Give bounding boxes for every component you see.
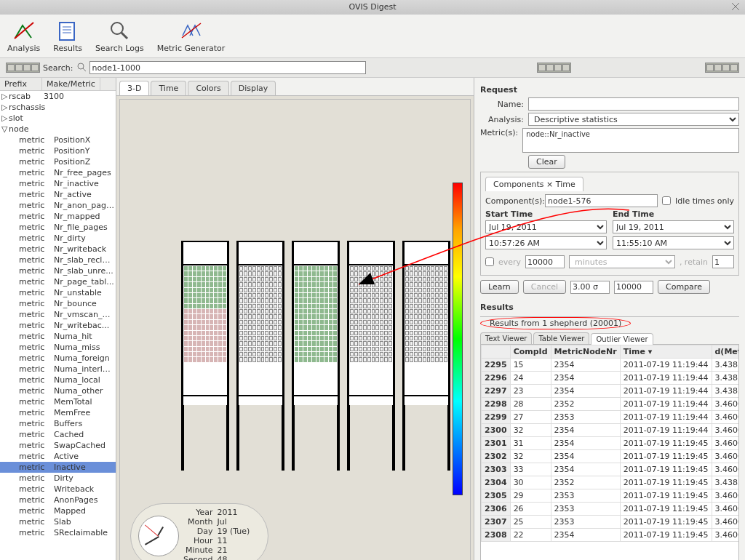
table-row[interactable]: 23033323542011-07-19 11:19:453.46003 [482,463,740,476]
tree-row-metric[interactable]: metricNr_writeback [0,244,116,255]
tree-row-metric[interactable]: metricMemFree [0,407,116,418]
toolbar-results-button[interactable]: Results [53,19,82,53]
learn-button[interactable]: Learn [480,280,519,294]
rack[interactable] [347,241,395,405]
tree-row-metric[interactable]: metricSReclaimable [0,527,116,538]
tree-row-metric[interactable]: metricNr_vmscan_w... [0,309,116,320]
results-tab-0[interactable]: Text Viewer [480,332,532,344]
tree-row-metric[interactable]: metricPositionX [0,135,116,145]
tree-row-metric[interactable]: metricNr_mapped [0,211,116,222]
tree-row-metric[interactable]: metricPositionZ [0,156,116,167]
tree-row-top[interactable]: ▷rscab3100 [0,91,116,102]
tree-row-metric[interactable]: metricNr_file_pages [0,222,116,233]
tree-row-metric[interactable]: metricDirty [0,473,116,484]
pane-controls-left[interactable] [6,63,40,73]
name-input[interactable] [528,97,739,111]
table-row[interactable]: 22982823522011-07-19 11:19:443.46003 [482,398,740,411]
sigma-input[interactable] [570,281,610,294]
tree-row-metric[interactable]: metricNr_slab_reclai... [0,255,116,265]
tree-row-metric[interactable]: metricNuma_other [0,385,116,396]
tree-row-metric[interactable]: metricPositionY [0,145,116,156]
tree-row-top[interactable]: ▷slot [0,113,116,124]
results-tab-1[interactable]: Table Viewer [533,332,589,344]
table-row[interactable]: 22962423542011-07-19 11:19:443.43859 [482,372,740,385]
tree-row-metric[interactable]: metricMapped [0,505,116,516]
tree-row-metric[interactable]: metricNr_dirty [0,233,116,244]
toolbar-search-logs-button[interactable]: Search Logs [95,19,144,53]
tree-sidebar[interactable]: Prefix Make/Metric ▷rscab3100▷rschassis▷… [0,78,116,560]
table-row[interactable]: 23082223542011-07-19 11:19:453.46003 [482,529,740,542]
retain-value[interactable] [712,255,734,268]
tree-row-metric[interactable]: metricNuma_hit [0,331,116,342]
table-col-header[interactable]: Time ▾ [620,345,712,359]
tab-components-time[interactable]: Components × Time [485,177,583,191]
compare-button[interactable]: Compare [658,280,710,294]
components-input[interactable] [545,194,658,207]
every-value[interactable] [525,255,565,268]
table-row[interactable]: 22972323542011-07-19 11:19:443.43859 [482,385,740,398]
idle-only-checkbox[interactable] [662,196,671,205]
table-col-header[interactable]: CompId [510,345,551,359]
tree-row-metric[interactable]: metricNuma_foreign [0,353,116,364]
tree-row-metric[interactable]: metricNr_unstable [0,287,116,298]
rack[interactable] [181,241,229,405]
table-row[interactable]: 23052923532011-07-19 11:19:453.46003 [482,489,740,503]
tab-time[interactable]: Time [151,81,186,95]
end-time-select[interactable]: 11:55:10 AM [613,236,734,249]
sample-checkbox[interactable] [485,257,494,266]
results-table-wrap[interactable]: CompIdMetricNodeNrTime ▾d(MetricNode 229… [480,344,739,560]
tree-row-metric[interactable]: metricNr_bounce [0,298,116,309]
table-row[interactable]: 22992723532011-07-19 11:19:443.46003 [482,411,740,424]
tree-row-metric[interactable]: metricNr_writebac... [0,320,116,331]
window-close-icon[interactable] [730,1,741,12]
start-date-select[interactable]: Jul 19, 2011 [485,220,607,233]
table-col-header[interactable]: d(MetricNode [712,345,739,359]
end-date-select[interactable]: Jul 19, 2011 [613,220,734,233]
tree-row-metric[interactable]: metricNr_page_tabl... [0,276,116,287]
table-row[interactable]: 23023223542011-07-19 11:19:453.46003 [482,450,740,463]
tree-row-metric[interactable]: metricAnonPages [0,495,116,505]
metrics-textarea[interactable]: node::Nr_inactive [522,128,739,153]
results-tab-2[interactable]: Outlier Viewer [591,333,653,345]
analysis-select[interactable]: Descriptive statistics [528,113,739,126]
search-input[interactable] [89,61,366,74]
tree-row-metric[interactable]: metricBuffers [0,418,116,429]
tree-row-metric[interactable]: metricCached [0,429,116,440]
toolbar-metric-generator-button[interactable]: Metric Generator [157,19,226,53]
clear-button[interactable]: Clear [528,155,565,169]
tree-row-metric[interactable]: metricNr_anon_pages [0,200,116,211]
3d-viewport[interactable]: Year2011 MonthJul Day19 (Tue) Hour11 Min… [119,99,471,560]
pane-controls-right[interactable] [537,63,571,73]
tree-row-top[interactable]: ▷rschassis [0,102,116,113]
toolbar-analysis-button[interactable]: Analysis [7,19,40,53]
tree-row-metric[interactable]: metricSwapCached [0,440,116,451]
tab-display[interactable]: Display [231,81,276,95]
rack[interactable] [402,241,450,405]
tree-row-metric[interactable]: metricInactive [0,462,116,473]
tab-colors[interactable]: Colors [188,81,228,95]
tree-row-metric[interactable]: metricNr_active [0,189,116,200]
limit-input[interactable] [614,281,653,294]
table-col-header[interactable] [482,345,511,359]
rack[interactable] [292,241,340,405]
tree-row-metric[interactable]: metricActive [0,451,116,462]
tree-row-metric[interactable]: metricWriteback [0,484,116,495]
table-col-header[interactable]: MetricNodeNr [551,345,620,359]
tree-row-metric[interactable]: metricSlab [0,516,116,527]
tree-row-metric[interactable]: metricNr_inactive [0,178,116,189]
col-prefix-header[interactable]: Prefix [0,78,42,90]
tree-row-top[interactable]: ▽node [0,124,116,135]
table-row[interactable]: 23072523532011-07-19 11:19:453.46003 [482,516,740,529]
tree-row-metric[interactable]: metricMemTotal [0,396,116,407]
start-time-select[interactable]: 10:57:26 AM [485,236,607,249]
tree-row-metric[interactable]: metricNuma_miss [0,342,116,353]
every-unit[interactable]: minutes [569,255,675,268]
pane-controls-right2[interactable] [705,63,739,73]
table-row[interactable]: 23003223542011-07-19 11:19:443.46003 [482,424,740,437]
table-row[interactable]: 23062623532011-07-19 11:19:453.46003 [482,503,740,516]
tree-row-metric[interactable]: metricNuma_local [0,375,116,385]
tab-3-d[interactable]: 3-D [119,81,149,95]
table-row[interactable]: 22951523542011-07-19 11:19:443.43859 [482,359,740,372]
tree-row-metric[interactable]: metricNr_slab_unre... [0,265,116,276]
table-row[interactable]: 23043023522011-07-19 11:19:453.43859 [482,476,740,489]
